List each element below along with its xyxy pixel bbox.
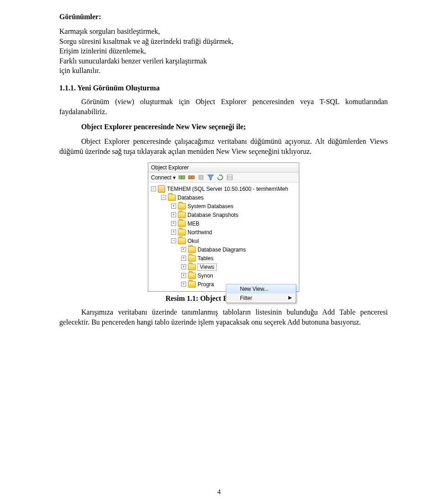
subsection-number: 1.1.1. Yeni Görünüm Oluşturma <box>59 84 388 92</box>
tree-okul[interactable]: − Okul <box>150 236 297 245</box>
collapse-icon[interactable]: − <box>151 186 156 191</box>
figure-caption: Resim 1.1: Object Explorer penceresi <box>59 294 388 303</box>
svg-rect-5 <box>227 175 232 180</box>
connect-icon[interactable] <box>178 174 185 181</box>
paragraph-2: Object Explorer penceresinde çalışacağım… <box>59 136 388 156</box>
collapse-icon[interactable]: − <box>161 195 166 200</box>
expand-icon[interactable]: + <box>171 230 176 235</box>
svg-rect-2 <box>188 176 191 179</box>
folder-icon <box>178 203 186 210</box>
tree-system-databases[interactable]: + System Databases <box>150 202 297 210</box>
svg-rect-0 <box>179 176 182 179</box>
section-heading: Görünümler: <box>59 13 388 21</box>
stop-icon <box>198 174 204 181</box>
expand-icon[interactable]: + <box>171 221 176 226</box>
tree-root[interactable]: − TEMHEM (SQL Server 10.50.1600 - temhem… <box>150 184 297 193</box>
folder-icon <box>178 238 186 244</box>
menu-new-view[interactable]: New View... <box>226 284 296 294</box>
bold-subheading: Object Explorer penceresinde New View se… <box>59 123 388 131</box>
menu-filter[interactable]: Filter ▶ <box>226 294 296 303</box>
folder-icon <box>178 212 186 218</box>
tree-label: Okul <box>188 238 199 244</box>
tree-diagrams[interactable]: + Database Diagrams <box>150 245 297 254</box>
tree-label: Database Diagrams <box>198 247 246 253</box>
connect-dropdown[interactable]: Connect ▾ <box>151 174 176 181</box>
properties-icon[interactable] <box>226 174 233 181</box>
tree-tables[interactable]: + Tables <box>150 254 297 262</box>
tree-label: Synon <box>198 273 213 279</box>
svg-rect-1 <box>182 176 185 179</box>
bullet-list: Karmaşık sorguları basitleştirmek, Sorgu… <box>59 26 388 76</box>
tree-label: MEB <box>188 220 199 227</box>
refresh-icon[interactable] <box>217 174 224 181</box>
svg-rect-4 <box>199 175 203 179</box>
tree-synonyms[interactable]: + Synon <box>150 271 297 280</box>
expand-icon[interactable]: + <box>181 282 186 287</box>
server-icon <box>158 185 165 193</box>
page-number: 4 <box>0 488 438 496</box>
context-menu: New View... Filter ▶ <box>226 284 296 303</box>
expand-icon[interactable]: + <box>171 204 176 209</box>
expand-icon[interactable]: + <box>171 212 176 217</box>
tree-label: Progra <box>198 281 214 288</box>
folder-icon <box>178 229 186 236</box>
paragraph-1: Görünüm (view) oluşturmak için Object Ex… <box>59 97 388 116</box>
submenu-arrow-icon: ▶ <box>288 295 292 300</box>
tree-label: Database Snapshots <box>188 212 238 218</box>
expand-icon[interactable]: + <box>181 256 186 261</box>
tree-meb[interactable]: + MEB <box>150 219 297 228</box>
filter-icon[interactable] <box>207 174 214 181</box>
tree-snapshots[interactable]: + Database Snapshots <box>150 210 297 219</box>
tree-view: − TEMHEM (SQL Server 10.50.1600 - temhem… <box>148 183 299 291</box>
folder-icon <box>188 255 196 262</box>
paragraph-3: Karışımıza veritabanı üzerinde tanımlanm… <box>59 307 388 327</box>
tree-label: Tables <box>198 255 214 262</box>
tree-label: System Databases <box>188 203 234 210</box>
folder-icon <box>188 247 196 253</box>
menu-label: Filter <box>240 295 252 301</box>
tree-northwind[interactable]: + Northwind <box>150 228 297 236</box>
folder-icon <box>178 220 186 227</box>
folder-icon <box>168 194 176 201</box>
expand-icon[interactable]: + <box>181 273 186 278</box>
tree-label: Northwind <box>188 229 212 236</box>
expand-icon[interactable]: + <box>181 264 186 269</box>
folder-icon <box>188 273 196 279</box>
menu-label: New View... <box>240 286 268 292</box>
tree-label-selected: Views <box>198 263 217 271</box>
toolbar: Connect ▾ <box>148 173 299 183</box>
tree-label: TEMHEM (SQL Server 10.50.1600 - temhem\M… <box>167 186 288 192</box>
object-explorer-screenshot: Object Explorer Connect ▾ <box>148 163 299 292</box>
panel-title: Object Explorer <box>148 163 299 173</box>
disconnect-icon[interactable] <box>188 174 195 181</box>
tree-label: Databases <box>177 194 203 201</box>
expand-icon[interactable]: + <box>181 247 186 252</box>
tree-databases[interactable]: − Databases <box>150 193 297 202</box>
svg-rect-3 <box>192 176 194 179</box>
folder-icon <box>188 264 196 270</box>
collapse-icon[interactable]: − <box>171 238 176 243</box>
folder-icon <box>188 281 196 288</box>
tree-views[interactable]: + Views <box>150 262 297 271</box>
